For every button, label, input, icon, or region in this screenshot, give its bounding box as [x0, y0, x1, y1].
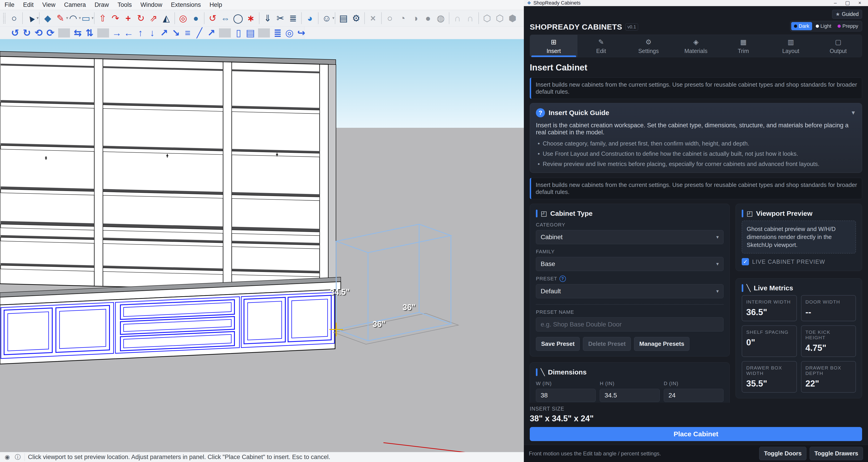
menu-item[interactable]: Draw	[94, 1, 109, 8]
close-x-icon[interactable]: × ▾	[367, 12, 379, 25]
theme-preppy[interactable]: Preppy	[835, 22, 861, 30]
dropdown-caret-icon[interactable]: ▾	[37, 16, 39, 20]
preset-select[interactable]: Default ▾	[536, 284, 723, 298]
tags-icon[interactable]: ≣ ▾	[287, 12, 300, 25]
tab-settings[interactable]: ⚙ Settings	[625, 35, 672, 57]
paint-bucket-tool[interactable]: ● ▾	[189, 12, 202, 25]
soften-level-0-icon[interactable]: ○ ▾	[383, 12, 396, 25]
arrow-down-right-icon[interactable]: ↘	[170, 28, 182, 38]
eraser-tool[interactable]: ◆ ▾	[41, 12, 54, 25]
arrow-down-icon[interactable]: ↓	[146, 28, 158, 38]
drawer-stack-icon[interactable]: ▤	[244, 28, 256, 38]
base-cabinets-selected[interactable]	[0, 277, 341, 364]
measure-diagonal-icon[interactable]: ╱	[193, 28, 205, 38]
purge-icon[interactable]: ✂ ▾	[274, 12, 287, 25]
rotate-tool[interactable]: ↻ ▾	[134, 12, 147, 25]
collapse-arrow-icon[interactable]: ▼	[850, 110, 856, 116]
preset-name-input[interactable]: e.g. Shop Base Double Door	[536, 317, 723, 331]
menu-item[interactable]: Tools	[118, 1, 132, 8]
hex-print-icon[interactable]: ⬢ ▾	[506, 12, 519, 25]
tab-trim[interactable]: ▦ Trim	[720, 35, 767, 57]
arrow-up-icon[interactable]: ↑	[134, 28, 146, 38]
hex-box-icon[interactable]: ⬡ ▾	[481, 12, 493, 25]
toggle-doors-button[interactable]: Toggle Doors	[759, 447, 806, 460]
help-info-icon[interactable]: ⓘ	[14, 454, 21, 461]
rotate-cw-alt-icon[interactable]: ⟳	[44, 28, 56, 38]
colors-icon[interactable]: ◕ ▾	[304, 12, 316, 25]
guided-button[interactable]: ★ Guided	[832, 10, 862, 19]
menu-item[interactable]: Extensions	[171, 1, 201, 8]
manage-presets-button[interactable]: Manage Presets	[634, 337, 689, 351]
save-preset-button[interactable]: Save Preset	[536, 337, 580, 351]
arrow-ne-icon[interactable]: ↗	[205, 28, 217, 38]
dropdown-caret-icon[interactable]: ▾	[92, 16, 94, 20]
tab-insert[interactable]: ⊞ Insert	[530, 35, 578, 57]
soften-level-3-icon[interactable]: ● ▾	[422, 12, 434, 25]
offset-tool[interactable]: ◎ ▾	[177, 12, 189, 25]
pencil-tool[interactable]: ✎ ▾	[54, 12, 67, 25]
theme-dark[interactable]: Dark	[791, 22, 812, 30]
soften-level-1-icon[interactable]: ◔ ▾	[396, 12, 409, 25]
viewport-canvas[interactable]: 34.5" 36" 36"	[0, 39, 524, 452]
delete-preset-button[interactable]: Delete Preset	[583, 337, 631, 351]
zoom-window-tool[interactable]: ◯ ▾	[232, 12, 244, 25]
magnet-alt-icon[interactable]: ∩ ▾	[464, 12, 476, 25]
model-import-icon[interactable]: ⇓ ▾	[261, 12, 274, 25]
swap-horizontal-icon[interactable]: ⇆	[72, 28, 84, 38]
menu-item[interactable]: Camera	[64, 1, 86, 8]
pin-icon[interactable]: ◎	[283, 28, 295, 38]
dimension-input[interactable]: 38	[536, 389, 596, 402]
soften-level-4-icon[interactable]: ◍ ▾	[434, 12, 447, 25]
hex-cloud-icon[interactable]: ⬡ ▾	[493, 12, 506, 25]
swap-vertical-icon[interactable]: ⇅	[84, 28, 95, 38]
select-tool[interactable]: ▲ ▾	[25, 12, 37, 25]
geolocation-icon[interactable]: ◉	[4, 454, 11, 461]
menu-item[interactable]: Help	[210, 1, 222, 8]
arc-tool[interactable]: ◠ ▾	[67, 12, 80, 25]
door-icon[interactable]: ▯	[232, 28, 244, 38]
redo-curve-icon[interactable]: ↪	[295, 28, 307, 38]
menu-item[interactable]: View	[42, 1, 55, 8]
pushpull-tool[interactable]: ⇧ ▾	[96, 12, 109, 25]
rotate-right-icon[interactable]: ↻	[21, 28, 33, 38]
theme-light[interactable]: Light	[813, 22, 834, 30]
folder-icon[interactable]: ▤ ▾	[337, 12, 350, 25]
dimension-input[interactable]: 34.5	[600, 389, 659, 402]
tab-edit[interactable]: ✎ Edit	[578, 35, 625, 57]
category-select[interactable]: Cabinet ▾	[536, 230, 723, 244]
quick-guide-header[interactable]: ? Insert Quick Guide ▼	[536, 108, 856, 117]
pan-tool[interactable]: ⇔ ▾	[219, 12, 232, 25]
live-preview-checkbox[interactable]: ✓	[742, 258, 749, 265]
magnet-icon[interactable]: ∩ ▾	[451, 12, 464, 25]
toggle-drawers-button[interactable]: Toggle Drawers	[810, 447, 863, 460]
zoom-extents-tool[interactable]: ∗ ▾	[244, 12, 257, 25]
zoom-tool[interactable]: ○ ▾	[8, 12, 21, 25]
arrow-right-icon[interactable]: →	[111, 28, 123, 38]
toolbar-grip[interactable]	[3, 13, 5, 23]
family-select[interactable]: Base ▾	[536, 257, 723, 271]
account-avatar[interactable]: ☺ ▾	[320, 12, 333, 25]
dropdown-caret-icon[interactable]: ▾	[332, 16, 334, 20]
tab-output[interactable]: ▢ Output	[814, 35, 862, 57]
rotate-left-icon[interactable]: ↺	[9, 28, 21, 38]
arrow-left-icon[interactable]: ←	[123, 28, 134, 38]
align-lines-icon[interactable]: ≡	[182, 28, 193, 38]
minimize-button[interactable]: –	[830, 0, 840, 6]
place-cabinet-button[interactable]: Place Cabinet	[530, 427, 862, 441]
tab-layout[interactable]: ▥ Layout	[767, 35, 815, 57]
soften-level-2-icon[interactable]: ◑ ▾	[409, 12, 422, 25]
menu-item[interactable]: Edit	[23, 1, 34, 8]
scale-tool[interactable]: ⇗ ▾	[147, 12, 160, 25]
menu-item[interactable]: Window	[141, 1, 162, 8]
dimension-input[interactable]: 24	[664, 389, 723, 402]
orbit-tool[interactable]: ↺ ▾	[206, 12, 219, 25]
followme-tool[interactable]: ↷ ▾	[109, 12, 122, 25]
move-tool[interactable]: + ▾	[122, 12, 134, 25]
rotate-ccw-alt-icon[interactable]: ⟲	[33, 28, 44, 38]
flip-tool[interactable]: ◭ ▾	[160, 12, 173, 25]
close-button[interactable]: ×	[855, 0, 865, 6]
gear-icon[interactable]: ⚙ ▾	[350, 12, 363, 25]
arrow-up-right-icon[interactable]: ↗	[158, 28, 170, 38]
preset-help-icon[interactable]: ?	[559, 276, 566, 282]
list-panel-icon[interactable]: ≣	[272, 28, 283, 38]
